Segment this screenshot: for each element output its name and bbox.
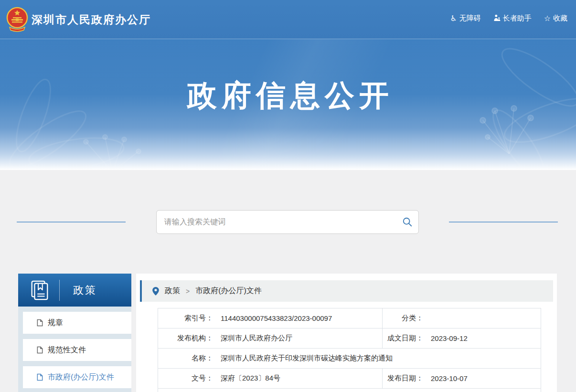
field-label: 发布机构： xyxy=(158,334,213,343)
elder-helper-link[interactable]: 长者助手 xyxy=(493,14,532,23)
banner: 政府信息公开 xyxy=(0,39,576,170)
field-label: 索引号： xyxy=(158,314,213,323)
issuing-agency-cell: 发布机构： 深圳市人民政府办公厅 xyxy=(158,328,383,349)
table-row-partial xyxy=(158,389,541,392)
field-label: 成文日期： xyxy=(383,334,423,343)
accessibility-link[interactable]: ♿ 无障碍 xyxy=(450,14,480,23)
site-title: 深圳市人民政府办公厅 xyxy=(32,12,151,27)
document-metadata-table: 索引号： 114403000075433823/2023-00097 分类： 发… xyxy=(158,308,541,392)
publish-date-cell: 发布日期： 2023-10-07 xyxy=(383,369,541,389)
document-icon xyxy=(36,319,43,327)
field-label: 分类： xyxy=(383,314,423,323)
document-name-cell: 名称： 深圳市人民政府关于印发深圳市碳达峰实施方案的通知 xyxy=(158,349,541,369)
sidebar-header-label: 政策 xyxy=(73,283,97,297)
table-row: 名称： 深圳市人民政府关于印发深圳市碳达峰实施方案的通知 xyxy=(158,349,541,369)
decorative-line-left xyxy=(17,222,126,222)
table-row: 索引号： 114403000075433823/2023-00097 分类： xyxy=(158,308,541,328)
field-value: 114403000075433823/2023-00097 xyxy=(221,314,332,322)
elder-helper-icon xyxy=(493,14,501,23)
search-box xyxy=(156,210,419,234)
field-value: 深圳市人民政府办公厅 xyxy=(221,334,292,343)
sidebar-item-label: 规章 xyxy=(48,318,63,328)
field-value: 2023-10-07 xyxy=(431,374,468,382)
sidebar-header: 政策 xyxy=(18,274,131,307)
sidebar-menu: 规章 规范性文件 市政府(办公厅)文件 xyxy=(18,307,131,392)
sidebar-item-regulations[interactable]: 规章 xyxy=(23,312,131,334)
elder-helper-label: 长者助手 xyxy=(503,14,532,23)
sidebar-item-normative-documents[interactable]: 规范性文件 xyxy=(23,339,131,361)
breadcrumb-separator: > xyxy=(186,287,190,295)
star-icon: ☆ xyxy=(544,15,551,22)
breadcrumb: 政策 > 市政府(办公厅)文件 xyxy=(140,280,553,302)
field-label: 文号： xyxy=(158,374,213,383)
breadcrumb-link-policy[interactable]: 政策 xyxy=(165,286,180,296)
accessibility-label: 无障碍 xyxy=(459,14,481,23)
flower-decoration-left xyxy=(0,44,153,170)
field-value: 深圳市人民政府关于印发深圳市碳达峰实施方案的通知 xyxy=(221,354,393,363)
document-number-cell: 文号： 深府〔2023〕84号 xyxy=(158,369,383,389)
top-bar: 深圳市人民政府办公厅 ♿ 无障碍 长者助手 ☆ 收藏 xyxy=(0,0,576,39)
field-value: 深府〔2023〕84号 xyxy=(221,374,280,383)
field-label: 发布日期： xyxy=(383,374,423,383)
sidebar-item-label: 规范性文件 xyxy=(48,345,86,355)
page-title: 政府信息公开 xyxy=(0,75,576,116)
national-emblem-icon xyxy=(5,6,30,33)
favorite-link[interactable]: ☆ 收藏 xyxy=(544,14,567,23)
table-row: 文号： 深府〔2023〕84号 发布日期： 2023-10-07 xyxy=(158,369,541,389)
decorative-line-right xyxy=(449,222,558,222)
wheelchair-icon: ♿ xyxy=(450,15,457,22)
search-button[interactable] xyxy=(396,211,418,233)
search-icon xyxy=(402,217,413,227)
policy-book-icon xyxy=(29,279,51,301)
page: { "topbar": { "site_name": "深圳市人民政府办公厅",… xyxy=(0,0,576,392)
breadcrumb-current: 市政府(办公厅)文件 xyxy=(195,286,262,296)
field-value: 2023-09-12 xyxy=(431,334,468,342)
document-icon xyxy=(36,346,43,354)
document-icon xyxy=(36,373,43,381)
field-label: 名称： xyxy=(158,354,213,363)
top-links: ♿ 无障碍 长者助手 ☆ 收藏 xyxy=(450,14,567,23)
sidebar-item-label: 市政府(办公厅)文件 xyxy=(48,372,114,382)
main-content-panel: 政策 > 市政府(办公厅)文件 索引号： 114403000075433823/… xyxy=(136,274,557,392)
index-number-cell: 索引号： 114403000075433823/2023-00097 xyxy=(158,308,383,328)
partial-cell xyxy=(158,389,541,392)
flower-decoration-right xyxy=(437,39,576,170)
table-row: 发布机构： 深圳市人民政府办公厅 成文日期： 2023-09-12 xyxy=(158,328,541,349)
favorite-label: 收藏 xyxy=(553,14,567,23)
location-pin-icon xyxy=(152,287,159,296)
category-cell: 分类： xyxy=(383,308,541,328)
issue-date-cell: 成文日期： 2023-09-12 xyxy=(383,328,541,349)
search-input[interactable] xyxy=(157,211,396,233)
sidebar-header-divider xyxy=(59,280,60,301)
sidebar-item-municipal-government-documents[interactable]: 市政府(办公厅)文件 xyxy=(23,366,131,388)
